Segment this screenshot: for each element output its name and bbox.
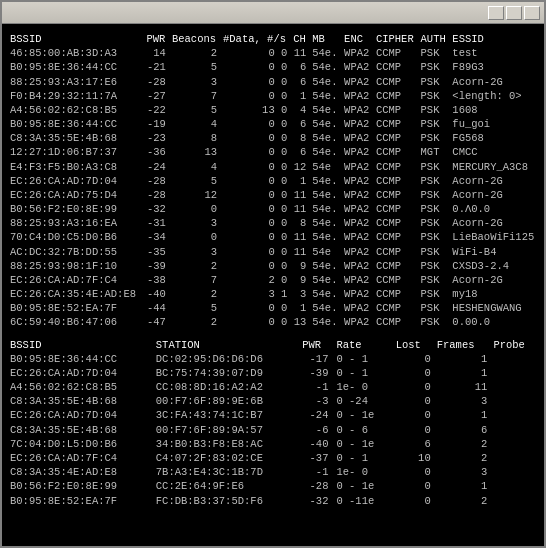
table-cell: CCMP <box>372 315 417 329</box>
table-cell <box>489 494 538 508</box>
table-cell: 0 0 <box>219 301 289 315</box>
table-cell: 6 <box>289 75 308 89</box>
table-cell: -24 <box>141 160 168 174</box>
table-cell: 0 - 6 <box>330 423 389 437</box>
table-cell: -28 <box>298 479 330 493</box>
table-cell: WPA2 <box>340 202 372 216</box>
table-cell: CCMP <box>372 46 417 60</box>
table-cell: 6 <box>433 423 490 437</box>
table-row: 88:25:93:A3:17:E6-2830 0654e.WPA2CCMPPSK… <box>8 75 538 89</box>
table-cell: CCMP <box>372 131 417 145</box>
table-row: 88:25:93:A3:16:EA-3130 0854e.WPA2CCMPPSK… <box>8 216 538 230</box>
table-cell: 0 - 1 <box>330 366 389 380</box>
table-cell: CCMP <box>372 89 417 103</box>
table-cell: 12 <box>168 188 219 202</box>
table-cell: 70:C4:D0:C5:D0:B6 <box>8 230 141 244</box>
table-cell: EC:26:CA:AD:7D:04 <box>8 408 152 422</box>
table-cell: 0 0 <box>219 216 289 230</box>
table-cell: 0 0 <box>219 46 289 60</box>
table-cell: EC:26:CA:AD:7F:C4 <box>8 273 141 287</box>
table-cell: -32 <box>298 494 330 508</box>
table-cell: 88:25:93:A3:17:E6 <box>8 75 141 89</box>
table-cell: 34:B0:B3:F8:E8:AC <box>152 437 298 451</box>
table-cell: PSK <box>417 202 449 216</box>
table-cell: C8:3A:35:5E:4B:68 <box>8 423 152 437</box>
table-cell: 5 <box>168 174 219 188</box>
table-cell: 8 <box>289 216 308 230</box>
ap-col-bssid: BSSID <box>8 32 141 46</box>
table-cell: PSK <box>417 230 449 244</box>
table-cell: 10 <box>390 451 433 465</box>
table-cell: 0 - 1e <box>330 437 389 451</box>
table-cell: 6C:59:40:B6:47:06 <box>8 315 141 329</box>
table-cell: F89G3 <box>448 60 538 74</box>
table-cell: 3 <box>168 75 219 89</box>
table-cell: CCMP <box>372 117 417 131</box>
table-cell: 4 <box>289 103 308 117</box>
title-bar <box>2 2 544 24</box>
table-cell: CCMP <box>372 287 417 301</box>
table-cell: 13 0 <box>219 103 289 117</box>
table-cell: 3 <box>289 287 308 301</box>
table-cell: -6 <box>298 423 330 437</box>
table-cell: 3 1 <box>219 287 289 301</box>
table-cell: 0 <box>390 423 433 437</box>
table-cell: WPA2 <box>340 75 372 89</box>
ap-col-enc: ENC <box>340 32 372 46</box>
close-button[interactable] <box>524 6 540 20</box>
ap-col-cipher: CIPHER <box>372 32 417 46</box>
table-cell: CCMP <box>372 216 417 230</box>
table-cell: 6 <box>390 437 433 451</box>
table-cell: PSK <box>417 301 449 315</box>
table-cell: 2 <box>168 259 219 273</box>
table-cell: -40 <box>141 287 168 301</box>
ap-col-ch: CH <box>289 32 308 46</box>
table-cell: CCMP <box>372 245 417 259</box>
table-cell: WPA2 <box>340 188 372 202</box>
table-cell: 0 <box>390 352 433 366</box>
table-cell: 4 <box>168 160 219 174</box>
table-cell: 00:F7:6F:89:9E:6B <box>152 394 298 408</box>
table-cell: 0 0 <box>219 160 289 174</box>
table-cell: 0 0 <box>219 230 289 244</box>
table-cell: -3 <box>298 394 330 408</box>
table-cell: -40 <box>298 437 330 451</box>
ap-col-mb: MB <box>308 32 340 46</box>
table-cell: 54e. <box>308 174 340 188</box>
table-row: 46:85:00:AB:3D:A31420 01154e.WPA2CCMPPSK… <box>8 46 538 60</box>
table-cell: -23 <box>141 131 168 145</box>
table-cell: 54e. <box>308 46 340 60</box>
table-cell: -36 <box>141 145 168 159</box>
table-cell: 3C:FA:43:74:1C:B7 <box>152 408 298 422</box>
table-row: E4:F3:F5:B0:A3:C8-2440 01254eWPA2CCMPPSK… <box>8 160 538 174</box>
table-cell: 5 <box>168 60 219 74</box>
table-cell: 3 <box>433 394 490 408</box>
table-cell: 9 <box>289 273 308 287</box>
minimize-button[interactable] <box>488 6 504 20</box>
table-cell: 6 <box>289 145 308 159</box>
table-cell: CC:2E:64:9F:E6 <box>152 479 298 493</box>
table-cell: CXSD3-2.4 <box>448 259 538 273</box>
table-cell <box>489 394 538 408</box>
table-cell: 11 <box>289 202 308 216</box>
table-cell: 0 0 <box>219 131 289 145</box>
table-cell: 7C:04:D0:L5:D0:B6 <box>8 437 152 451</box>
table-row: B0:56:F2:E0:8E:99-3200 01154e.WPA2CCMPPS… <box>8 202 538 216</box>
table-row: EC:26:CA:AD:75:D4-28120 01154e.WPA2CCMPP… <box>8 188 538 202</box>
table-cell: 0 0 <box>219 245 289 259</box>
table-cell: PSK <box>417 160 449 174</box>
table-cell: CCMP <box>372 230 417 244</box>
table-cell: MERCURY_A3C8 <box>448 160 538 174</box>
table-cell: LieBaoWiFi125 <box>448 230 538 244</box>
ap-col-essid: ESSID <box>448 32 538 46</box>
table-cell: -34 <box>141 230 168 244</box>
ap-col-auth: AUTH <box>417 32 449 46</box>
table-row: 6C:59:40:B6:47:06-4720 01354e.WPA2CCMPPS… <box>8 315 538 329</box>
table-cell: 88:25:93:A3:16:EA <box>8 216 141 230</box>
table-row: A4:56:02:62:C8:B5CC:08:8D:16:A2:A2-11e- … <box>8 380 538 394</box>
ap-col-data: #Data, #/s <box>219 32 289 46</box>
table-cell: 00:F7:6F:89:9A:57 <box>152 423 298 437</box>
table-cell: 0 <box>168 202 219 216</box>
table-cell: 14 <box>141 46 168 60</box>
maximize-button[interactable] <box>506 6 522 20</box>
